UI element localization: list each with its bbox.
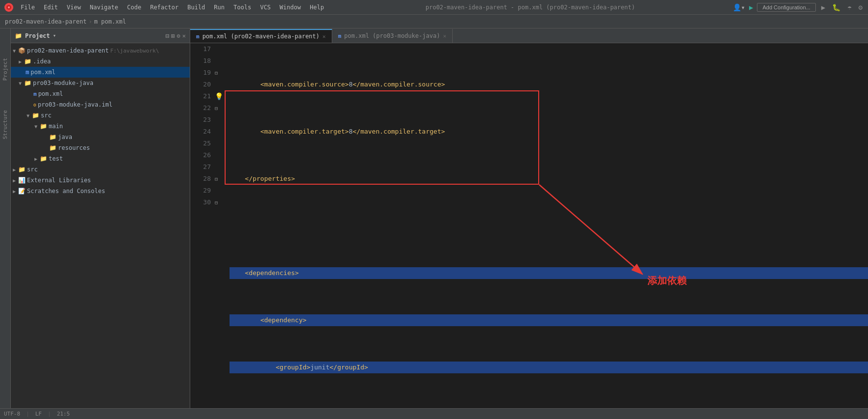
- settings-gear-icon[interactable]: ⚙: [177, 32, 180, 39]
- tree-item-pom-root[interactable]: m pom.xml: [11, 67, 190, 78]
- pom-root-file-icon: m: [26, 69, 29, 76]
- tab-pom-sub[interactable]: m pom.xml (pro03-moduke-java) ✕: [332, 29, 453, 43]
- run-config-icon[interactable]: ▶: [749, 3, 753, 11]
- menu-code[interactable]: Code: [123, 3, 145, 12]
- menu-refactor[interactable]: Refactor: [146, 3, 182, 12]
- line-num-19: 19: [194, 67, 211, 79]
- code-line-18: <maven.compiler.target>8</maven.compiler…: [230, 126, 868, 138]
- title-bar: File Edit View Navigate Code Refactor Bu…: [0, 0, 868, 15]
- idea-label: .idea: [33, 58, 51, 65]
- breadcrumb-sep: ›: [88, 18, 92, 25]
- main-folder-icon: 📁: [40, 123, 47, 130]
- gutter-fold-28[interactable]: ⊟: [215, 173, 225, 185]
- bulb-icon[interactable]: 💡: [215, 92, 223, 100]
- code-content[interactable]: <maven.compiler.source>8</maven.compiler…: [225, 43, 868, 408]
- project-header-icons: ⊟ ⊞ ⚙ ✕: [166, 32, 186, 39]
- sidebar-label-project[interactable]: Project: [2, 58, 8, 81]
- tab-pom-parent-label: pom.xml (pro02-maven-idea-parent): [203, 33, 319, 40]
- menu-vcs[interactable]: VCS: [256, 3, 275, 12]
- breadcrumb-part1[interactable]: pro02-maven-idea-parent: [5, 18, 87, 25]
- pro03-arrow-icon: ▼: [19, 81, 22, 86]
- tree-item-src[interactable]: ▼ 📁 src: [11, 110, 190, 121]
- close-panel-icon[interactable]: ✕: [182, 32, 186, 39]
- tab-pom-sub-close[interactable]: ✕: [443, 33, 446, 39]
- pom-sub-label: pom.xml: [38, 90, 63, 97]
- menu-window[interactable]: Window: [276, 3, 305, 12]
- tab-pom-parent-close[interactable]: ✕: [322, 33, 326, 40]
- tree-item-src-top[interactable]: ▶ 📁 src: [11, 164, 190, 175]
- root-folder-icon: 📦: [18, 47, 26, 54]
- toolbar-right: 👤▾ ▶ Add Configuration... ▶ 🐛 ☂ ⚙: [733, 2, 864, 12]
- status-position: 21:5: [57, 411, 70, 417]
- iml-label: pro03-moduke-java.iml: [38, 101, 113, 108]
- line-num-22: 22: [194, 102, 211, 114]
- code-line-23: <groupId>junit</groupId>: [230, 362, 868, 373]
- menu-view[interactable]: View: [63, 3, 85, 12]
- menu-edit[interactable]: Edit: [40, 3, 62, 12]
- expand-all-icon[interactable]: ⊞: [171, 32, 174, 39]
- menu-navigate[interactable]: Navigate: [86, 3, 122, 12]
- gutter: ⊟ 💡 ⊟ ⊟ ⊟: [215, 43, 225, 408]
- ext-lib-icon: 📊: [18, 177, 26, 184]
- status-sep2: |: [48, 411, 51, 417]
- menu-file[interactable]: File: [17, 3, 39, 12]
- tree-item-test[interactable]: ▶ 📁 test: [11, 153, 190, 164]
- tab-pom-parent[interactable]: m pom.xml (pro02-maven-idea-parent) ✕: [190, 29, 332, 43]
- tree-item-resources[interactable]: 📁 resources: [11, 142, 190, 153]
- root-path: F:\javawebwork\: [110, 48, 159, 54]
- play-icon[interactable]: ▶: [820, 2, 827, 12]
- tree-item-idea[interactable]: ▶ 📁 .idea: [11, 56, 190, 67]
- iml-file-icon: ⚙: [33, 102, 36, 108]
- status-encoding: UTF-8: [4, 411, 20, 417]
- src-top-folder-icon: 📁: [18, 166, 26, 173]
- tree-item-iml[interactable]: ⚙ pro03-moduke-java.iml: [11, 99, 190, 110]
- svg-point-2: [8, 6, 10, 8]
- collapse-all-icon[interactable]: ⊟: [166, 32, 169, 39]
- sidebar-label-structure[interactable]: Structure: [2, 110, 8, 140]
- src-top-label: src: [27, 166, 38, 173]
- gutter-fold-19[interactable]: ⊟: [215, 67, 225, 79]
- tree-item-ext-lib[interactable]: ▶ 📊 External Libraries: [11, 175, 190, 186]
- test-arrow-icon: ▶: [34, 156, 37, 162]
- src-folder-icon: 📁: [32, 112, 39, 119]
- tree-item-pom-sub[interactable]: m pom.xml: [11, 88, 190, 99]
- line-num-17: 17: [194, 43, 211, 55]
- menu-help[interactable]: Help: [306, 3, 328, 12]
- scratches-icon: 📝: [18, 188, 26, 195]
- line-num-27: 27: [194, 161, 211, 173]
- status-bar: UTF-8 | LF | 21:5: [0, 408, 868, 419]
- tab-pom-sub-label: pom.xml (pro03-moduke-java): [344, 32, 440, 39]
- coverage-icon[interactable]: ☂: [846, 2, 853, 12]
- test-label: test: [49, 155, 63, 162]
- menu-build[interactable]: Build: [183, 3, 209, 12]
- side-labels: Project Structure: [0, 28, 11, 408]
- code-line-22: <dependency>: [230, 314, 868, 326]
- arrow-down-icon: ▼: [13, 48, 16, 54]
- user-icon[interactable]: 👤▾: [733, 3, 745, 11]
- menu-run[interactable]: Run: [210, 3, 229, 12]
- code-editor[interactable]: 17 18 19 20 21 22 23 24 25 26 27 28 29 3…: [190, 43, 868, 408]
- tree-item-main[interactable]: ▼ 📁 main: [11, 121, 190, 132]
- tree-item-java[interactable]: 📁 java: [11, 132, 190, 142]
- line-num-24: 24: [194, 126, 211, 138]
- add-config-button[interactable]: Add Configuration...: [757, 3, 815, 12]
- tree-root[interactable]: ▼ 📦 pro02-maven-idea-parent F:\javawebwo…: [11, 45, 190, 56]
- menu-bar: File Edit View Navigate Code Refactor Bu…: [17, 3, 328, 12]
- gutter-fold-30[interactable]: ⊟: [215, 196, 225, 208]
- gutter-fold-22[interactable]: ⊟: [215, 102, 225, 114]
- code-line-21: <dependencies>: [230, 267, 868, 279]
- idea-folder-icon: 📁: [24, 58, 31, 65]
- line-num-20: 20: [194, 79, 211, 90]
- pom-root-label: pom.xml: [30, 69, 56, 76]
- settings-icon[interactable]: ⚙: [857, 2, 864, 12]
- code-line-17: <maven.compiler.source>8</maven.compiler…: [230, 79, 868, 90]
- project-header: 📁 Project ▾ ⊟ ⊞ ⚙ ✕: [11, 28, 190, 43]
- scratches-label: Scratches and Consoles: [27, 188, 105, 195]
- tree-item-scratches[interactable]: ▶ 📝 Scratches and Consoles: [11, 186, 190, 196]
- menu-tools[interactable]: Tools: [230, 3, 255, 12]
- line-num-21: 21: [194, 90, 211, 102]
- debug-icon[interactable]: 🐛: [831, 2, 842, 12]
- tree-item-pro03[interactable]: ▼ 📁 pro03-moduke-java: [11, 78, 190, 88]
- breadcrumb-part2[interactable]: m pom.xml: [94, 18, 126, 25]
- src-arrow-icon: ▼: [27, 113, 29, 118]
